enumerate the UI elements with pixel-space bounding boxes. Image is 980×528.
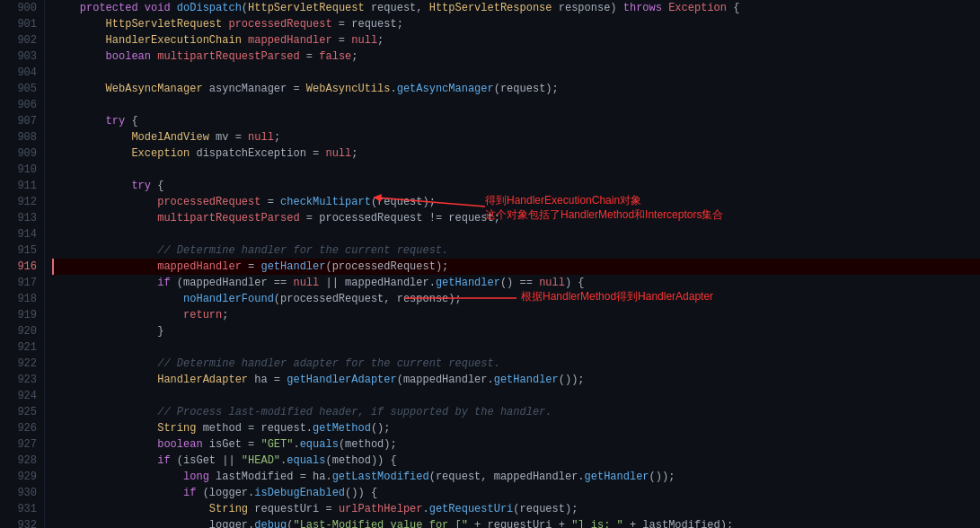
- line-number: 907: [0, 113, 37, 129]
- line-number: 909: [0, 145, 37, 162]
- line-number: 913: [0, 210, 37, 226]
- code-line: [54, 65, 980, 81]
- code-lines: protected void doDispatch(HttpServletReq…: [54, 0, 980, 528]
- code-line: [54, 162, 980, 178]
- line-number: 924: [0, 388, 37, 404]
- code-line: String requestUri = urlPathHelper.getReq…: [54, 501, 980, 517]
- code-line: // Determine handler for the current req…: [54, 242, 980, 259]
- line-number: 928: [0, 453, 37, 469]
- line-number: 918: [0, 291, 37, 307]
- line-number: 919: [0, 307, 37, 323]
- line-number: 930: [0, 485, 37, 501]
- code-line: protected void doDispatch(HttpServletReq…: [54, 0, 980, 16]
- line-number: 920: [0, 323, 37, 339]
- code-line: }: [54, 323, 980, 339]
- line-number: 901: [0, 16, 37, 32]
- code-line: noHandlerFound(processedRequest, respons…: [54, 291, 980, 307]
- code-line: try {: [54, 178, 980, 194]
- line-number: 903: [0, 48, 37, 65]
- code-line: return;: [54, 307, 980, 323]
- code-line: Exception dispatchException = null;: [54, 145, 980, 162]
- code-line: if (isGet || "HEAD".equals(method)) {: [54, 453, 980, 469]
- line-number: 911: [0, 178, 37, 194]
- code-line: // Process last-modified header, if supp…: [54, 404, 980, 420]
- line-number: 908: [0, 129, 37, 145]
- line-number: 925: [0, 404, 37, 420]
- line-number: 921: [0, 339, 37, 356]
- code-line: long lastModified = ha.getLastModified(r…: [54, 469, 980, 485]
- line-number: 916: [0, 259, 37, 275]
- code-line: [54, 339, 980, 356]
- line-number: 914: [0, 226, 37, 242]
- line-number: 922: [0, 356, 37, 372]
- line-number: 905: [0, 81, 37, 97]
- code-line: if (logger.isDebugEnabled()) {: [54, 485, 980, 501]
- code-line: HttpServletRequest processedRequest = re…: [54, 16, 980, 32]
- code-line: String method = request.getMethod();: [54, 420, 980, 436]
- code-line: ModelAndView mv = null;: [54, 129, 980, 145]
- line-number: 900: [0, 0, 37, 16]
- code-line: WebAsyncManager asyncManager = WebAsyncU…: [54, 81, 980, 97]
- line-number: 912: [0, 194, 37, 210]
- code-line: [54, 97, 980, 113]
- code-line: [54, 388, 980, 404]
- code-area[interactable]: protected void doDispatch(HttpServletReq…: [45, 0, 980, 528]
- code-line: if (mappedHandler == null || mappedHandl…: [54, 275, 980, 291]
- line-number: 926: [0, 420, 37, 436]
- line-number: 927: [0, 436, 37, 453]
- annotation-1: 得到HandlerExecutionChain对象这个对象包括了HandlerM…: [485, 193, 723, 222]
- line-number: 917: [0, 275, 37, 291]
- annotation-2: 根据HandlerMethod得到HandlerAdapter: [521, 289, 713, 304]
- line-number: 910: [0, 162, 37, 178]
- line-number: 932: [0, 517, 37, 528]
- code-line: // Determine handler adapter for the cur…: [54, 356, 980, 372]
- code-line: mappedHandler = getHandler(processedRequ…: [52, 259, 980, 275]
- code-line: boolean multipartRequestParsed = false;: [54, 48, 980, 65]
- line-numbers: 9009019029039049059069079089099109119129…: [0, 0, 45, 528]
- line-number: 929: [0, 469, 37, 485]
- code-line: HandlerExecutionChain mappedHandler = nu…: [54, 32, 980, 48]
- line-number: 915: [0, 242, 37, 259]
- line-number: 923: [0, 372, 37, 388]
- line-number: 904: [0, 65, 37, 81]
- code-line: logger.debug("Last-Modified value for ["…: [54, 517, 980, 528]
- line-number: 902: [0, 32, 37, 48]
- code-line: [54, 226, 980, 242]
- code-line: boolean isGet = "GET".equals(method);: [54, 436, 980, 453]
- code-container: 9009019029039049059069079089099109119129…: [0, 0, 980, 528]
- line-number: 931: [0, 501, 37, 517]
- code-line: HandlerAdapter ha = getHandlerAdapter(ma…: [54, 372, 980, 388]
- code-line: try {: [54, 113, 980, 129]
- line-number: 906: [0, 97, 37, 113]
